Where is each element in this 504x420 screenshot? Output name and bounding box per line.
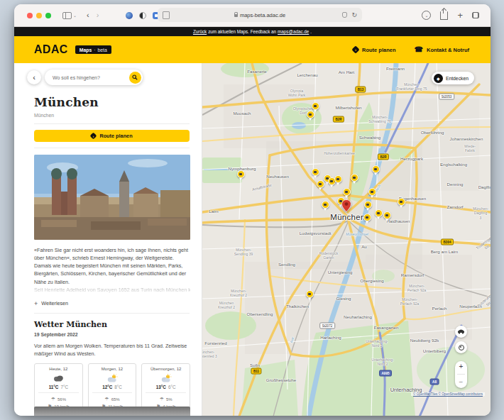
traffic-lights[interactable] <box>27 13 51 18</box>
poi-pin-monument[interactable] <box>317 180 324 188</box>
rain-probability: ☂56% <box>51 396 66 404</box>
discover-label: Entdecken <box>446 76 469 81</box>
tab-overview-icon[interactable] <box>472 12 479 18</box>
adac-logo[interactable]: ADAC <box>34 43 68 56</box>
selected-place-pin[interactable] <box>341 199 351 212</box>
zoom-in-button[interactable]: + <box>459 363 464 370</box>
city-photo <box>34 155 190 240</box>
new-tab-icon[interactable]: + <box>457 11 463 20</box>
poi-pin-monument[interactable] <box>237 170 245 178</box>
maximize-window-icon[interactable] <box>45 13 51 18</box>
breadcrumb[interactable]: München <box>34 113 190 118</box>
search-placeholder: Wo soll es hingehen? <box>53 75 100 80</box>
umbrella-icon: ☂ <box>51 396 55 404</box>
weather-temps: 12°C8°C <box>102 385 122 389</box>
share-icon[interactable] <box>440 11 448 20</box>
road-shield: A8 <box>430 379 439 385</box>
close-window-icon[interactable] <box>27 13 33 18</box>
rain-probability: ☂65% <box>104 396 119 404</box>
map-canvas[interactable]: ◆ Entdecken + − © OpenMapTiles © OpenStr… <box>202 63 491 416</box>
read-more-link[interactable]: + Weiterlesen <box>34 300 190 307</box>
divider <box>34 123 190 124</box>
poi-pin-park[interactable] <box>306 290 314 298</box>
divider <box>34 313 190 314</box>
divider <box>457 374 466 375</box>
phone-icon: ☎ <box>415 46 423 53</box>
search-input[interactable]: Wo soll es hingehen? <box>45 70 143 85</box>
weather-summary: Vor allem am Morgen Wolken. Temperaturen… <box>34 342 190 358</box>
read-more-label: Weiterlesen <box>41 300 68 306</box>
lock-icon <box>234 14 238 17</box>
beta-notice-bar: Zurück zum aktuellen Maps. Feedback an m… <box>14 27 491 36</box>
compass-icon: ◆ <box>434 74 443 83</box>
weather-card-label: Morgen, 12 <box>102 367 123 371</box>
privacy-shield-icon[interactable] <box>342 12 347 18</box>
page-settings-icon[interactable]: ⌄ <box>422 11 431 20</box>
traffic-layer-button[interactable] <box>455 326 467 338</box>
forward-button[interactable]: › <box>97 11 99 19</box>
road-shield: St2072 <box>319 323 335 329</box>
address-bar[interactable]: maps-beta.adac.de ↻ <box>158 8 362 22</box>
road-shield: B13 <box>355 87 366 93</box>
panel-back-button[interactable]: ‹ <box>27 70 41 84</box>
sidebar-toggle-icon[interactable] <box>62 12 72 19</box>
page-title: München <box>34 95 190 109</box>
map-attribution[interactable]: © OpenMapTiles © OpenStreetMap contribut… <box>411 392 485 396</box>
poi-pin-monument[interactable] <box>364 201 372 209</box>
weather-card-label: Heute, 12 <box>49 367 67 371</box>
search-button[interactable] <box>129 72 141 84</box>
route-icon: › <box>90 133 97 140</box>
locate-me-button[interactable] <box>455 341 467 353</box>
back-to-maps-link[interactable]: Zurück <box>193 29 207 34</box>
notice-period: . <box>310 29 312 34</box>
rain-probability: ☂5% <box>160 396 172 404</box>
discover-button[interactable]: ◆ Entdecken <box>432 72 474 84</box>
road-shield: St2053 <box>439 94 454 100</box>
extension-contrast-icon[interactable] <box>139 12 146 19</box>
poi-pin-monument[interactable] <box>363 214 371 221</box>
route-planen-button[interactable]: › Route planen <box>34 130 190 142</box>
weather-date: 19 September 2022 <box>34 332 190 337</box>
poi-pin-restaurant[interactable] <box>372 165 380 173</box>
minimize-window-icon[interactable] <box>36 13 42 18</box>
weather-temps: 13°C6°C <box>156 385 176 389</box>
poi-pin-museum[interactable] <box>307 111 314 118</box>
browser-toolbar: ⌄ ‹ › maps-beta.adac.de ↻ ⌄ + <box>14 4 491 27</box>
munich-skyline-illustration <box>34 155 190 240</box>
back-button[interactable]: ‹ <box>87 11 89 19</box>
poi-pin-museum[interactable] <box>383 211 391 219</box>
chevron-down-icon[interactable]: ⌄ <box>73 13 77 18</box>
browser-window: ⌄ ‹ › maps-beta.adac.de ↻ ⌄ + Zurü <box>14 4 491 416</box>
sun-cloud-icon <box>160 373 172 383</box>
nav-route-planen[interactable]: › Route planen <box>353 47 396 53</box>
nav-route-label: Route planen <box>362 47 396 53</box>
place-panel: ‹ Wo soll es hingehen? München München ›… <box>14 63 202 416</box>
road-shield: B304 <box>441 239 454 245</box>
app-header: ADAC Maps · beta › Route planen ☎ Kontak… <box>14 36 491 63</box>
weather-temps: 11°C7°C <box>49 385 68 389</box>
nav-contact-label: Kontakt & Notruf <box>427 47 469 53</box>
route-icon: › <box>351 45 359 53</box>
poi-pin-restaurant[interactable] <box>343 188 351 196</box>
poi-pin-museum[interactable] <box>398 198 405 206</box>
umbrella-icon: ☂ <box>160 396 164 404</box>
poi-pin-flag[interactable] <box>312 168 319 176</box>
nav-kontakt-notruf[interactable]: ☎ Kontakt & Notruf <box>415 46 469 53</box>
poi-pin-monument[interactable] <box>312 102 319 110</box>
poi-pin-monument[interactable] <box>334 175 342 183</box>
poi-pin-monument[interactable] <box>322 201 329 209</box>
next-section-image-cut <box>34 407 190 416</box>
zoom-out-button[interactable]: − <box>459 379 464 386</box>
road-shield: B2R <box>378 154 389 160</box>
sun-cloud-icon <box>106 373 118 383</box>
extension-globe-icon[interactable] <box>126 12 133 19</box>
poi-pin-museum[interactable] <box>368 188 376 196</box>
car-icon <box>457 329 465 334</box>
route-button-label: Route planen <box>99 133 132 139</box>
feedback-mail-link[interactable]: maps@adac.de <box>278 29 309 34</box>
reload-icon[interactable]: ↻ <box>351 11 357 18</box>
poi-pin-museum[interactable] <box>351 174 358 182</box>
reader-icon[interactable] <box>163 11 170 19</box>
poi-pin-museum[interactable] <box>375 209 383 217</box>
road-shield: A995 <box>379 370 392 377</box>
